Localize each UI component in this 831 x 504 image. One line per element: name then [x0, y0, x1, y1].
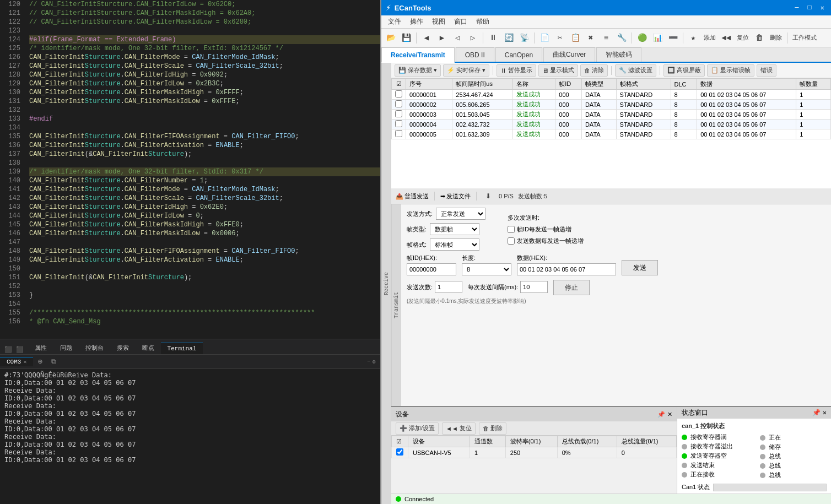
frame-format-select[interactable]: 标准帧 [430, 239, 479, 251]
row-checkbox[interactable] [392, 110, 406, 120]
tab-curver[interactable]: 曲线Curver [543, 47, 595, 62]
code-line: #elif(Frame_Format == Extended_Frame) [29, 35, 380, 44]
send-file-label[interactable]: 发送文件 [446, 192, 471, 200]
frame-id-input[interactable] [407, 263, 456, 275]
tb-reset-icon[interactable]: ◄◄ [719, 31, 733, 45]
tx-empty-dot [682, 453, 687, 459]
row-checkbox[interactable] [392, 120, 406, 129]
tb-save-icon[interactable]: 💾 [399, 31, 413, 45]
tab-obd2[interactable]: OBD II [456, 47, 494, 62]
terminal-minus-icon[interactable]: − [367, 359, 370, 365]
normal-send-label[interactable]: 普通发送 [404, 192, 429, 200]
menu-window[interactable]: 窗口 [450, 16, 472, 28]
transmit-sidebar[interactable]: Transmit [391, 204, 401, 406]
tab-receive-transmit[interactable]: Receive/Transmit [381, 47, 455, 63]
terminal-settings-icon[interactable]: ⚙ [373, 359, 376, 365]
device-delete-btn[interactable]: 🗑 删除 [479, 422, 506, 435]
tb-list-icon[interactable]: ≡ [599, 31, 613, 45]
tb-chart-icon[interactable]: 📊 [650, 31, 665, 45]
code-content[interactable]: // CAN_FilterInitSturcture.CAN_FilterIdL… [25, 0, 380, 339]
display-mode-btn[interactable]: 🖥 显示模式 [538, 64, 578, 77]
connected-dot [396, 496, 401, 502]
row-seq: 00000005 [406, 129, 452, 139]
filter-settings-btn[interactable]: 🔧 滤波设置 [615, 64, 656, 77]
interval-input[interactable] [520, 281, 548, 293]
send-method-select[interactable]: 正常发送 [436, 208, 485, 220]
terminal-line: Receive Data: [4, 418, 376, 425]
code-line [29, 106, 380, 115]
tb-signal-icon[interactable]: 📡 [517, 31, 531, 45]
terminal-split-icon[interactable]: ⧉ [47, 357, 61, 367]
advanced-filter-btn[interactable]: 🔲 高级屏蔽 [663, 64, 705, 77]
tb-cut-icon[interactable]: ✂ [553, 31, 567, 45]
menu-view[interactable]: 视图 [428, 16, 450, 28]
minimize-btn[interactable]: — [792, 4, 801, 12]
tb-green-icon[interactable]: 🟢 [635, 31, 649, 45]
tb-back-icon[interactable]: ◀ [419, 31, 434, 45]
maximize-btn[interactable]: □ [806, 4, 814, 12]
bottom-tab-bar: ⬛ ⬛ 属性 问题 控制台 搜索 断点 Terminal [0, 339, 380, 355]
frame-id-inc-checkbox[interactable] [508, 226, 515, 233]
tab-canopen[interactable]: CanOpen [495, 47, 542, 62]
tb-delete2-icon[interactable]: 🗑 [752, 31, 767, 45]
tb-delete-icon[interactable]: ✖ [584, 31, 598, 45]
tab-problems[interactable]: 问题 [53, 341, 79, 354]
clear-btn[interactable]: 🗑 清除 [580, 64, 608, 77]
com3-tab[interactable]: COM3 ✕ [0, 357, 33, 366]
tb-copy-icon[interactable]: 📋 [568, 31, 582, 45]
dth-load: 总线负载(0/1) [557, 436, 617, 447]
tb-filter-icon[interactable]: 🔧 [614, 31, 629, 45]
status-close-icon[interactable]: ✕ [823, 409, 827, 417]
menu-help[interactable]: 帮助 [472, 16, 494, 28]
tab-smart-decode[interactable]: 智能破码 [596, 47, 641, 62]
device-close-icon[interactable]: ✕ [667, 411, 672, 418]
send-times-input[interactable] [435, 281, 462, 293]
tab-console[interactable]: 控制台 [79, 341, 110, 354]
device-pin-icon[interactable]: 📌 [657, 411, 665, 418]
save-data-btn[interactable]: 💾 保存数据 ▾ [395, 64, 441, 77]
tb-back2-icon[interactable]: ◁ [450, 31, 465, 45]
rx-overflow-dot [682, 444, 687, 449]
tab-search[interactable]: 搜索 [110, 341, 136, 354]
realtime-save-btn[interactable]: ⚡ 实时保存 ▾ [443, 64, 489, 77]
tb-forward2-icon[interactable]: ▷ [466, 31, 480, 45]
row-checkbox[interactable] [392, 129, 406, 139]
show-error-btn[interactable]: 📋 显示错误帧 [707, 64, 754, 77]
tab-properties[interactable]: 属性 [28, 341, 53, 354]
device-add-btn[interactable]: ➕ 添加/设置 [396, 422, 439, 435]
tb-star-icon[interactable]: ★ [686, 31, 700, 45]
device-row-checkbox[interactable] [392, 447, 408, 458]
receive-sidebar[interactable]: Receive [381, 63, 391, 504]
menu-operate[interactable]: 操作 [406, 16, 428, 28]
row-time: 005.606.265 [452, 100, 512, 110]
terminal-add-icon[interactable]: ⊕ [33, 356, 46, 367]
send-button[interactable]: 发送 [622, 260, 658, 275]
row-checkbox[interactable] [392, 100, 406, 110]
row-checkbox[interactable] [392, 90, 406, 100]
terminal-content[interactable]: #:73'QQQQÑgÉëüRüReive Data:ID:0,Data:00 … [0, 369, 380, 504]
com3-close-icon[interactable]: ✕ [23, 359, 26, 365]
length-select[interactable]: 8 [462, 263, 511, 275]
tb-doc-icon[interactable]: 📄 [537, 31, 552, 45]
menu-file[interactable]: 文件 [384, 16, 406, 28]
tb-refresh-icon[interactable]: 🔄 [501, 31, 516, 45]
data-hex-input[interactable] [517, 263, 616, 275]
tb-forward-icon[interactable]: ▶ [435, 31, 449, 45]
tb-minus-icon[interactable]: ➖ [666, 31, 680, 45]
close-btn[interactable]: ✕ [818, 4, 827, 12]
stop-button[interactable]: 停止 [553, 280, 590, 295]
transmit-down-icon[interactable]: ⬇ [482, 190, 494, 202]
tab-terminal[interactable]: Terminal [161, 343, 203, 354]
pause-display-btn[interactable]: ⏸ 暂停显示 [497, 64, 536, 77]
tb-pause-icon[interactable]: ⏸ [486, 31, 500, 45]
frame-type-select[interactable]: 数据帧 [430, 223, 479, 235]
tb-open-icon[interactable]: 📂 [384, 31, 398, 45]
row-data: 00 01 02 03 04 05 06 07 [697, 120, 796, 129]
row-id: 000 [555, 120, 582, 129]
device-reset-btn[interactable]: ◄◄ 复位 [442, 422, 476, 435]
can1-status-label: Can1 状态 [682, 483, 710, 491]
data-inc-checkbox[interactable] [508, 237, 515, 245]
error-btn[interactable]: 错误 [757, 64, 776, 77]
status-pin-icon[interactable]: 📌 [812, 409, 821, 417]
tab-breakpoints[interactable]: 断点 [136, 341, 161, 354]
